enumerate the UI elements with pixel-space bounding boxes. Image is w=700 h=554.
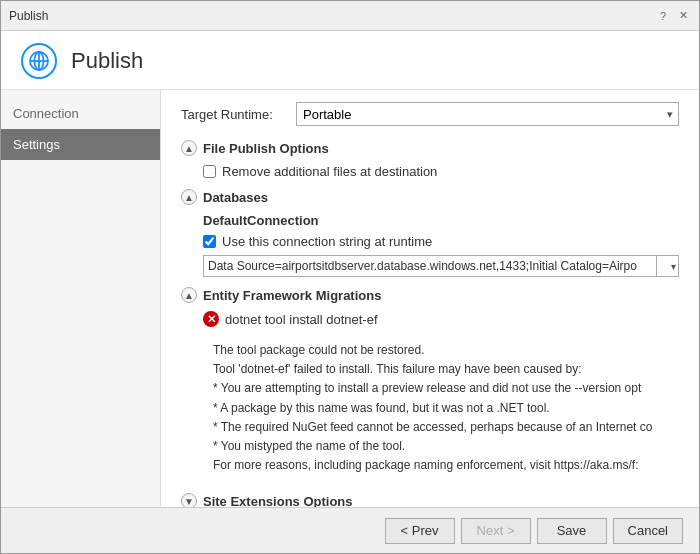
title-bar: Publish ? ✕ [1, 1, 699, 31]
ef-collapse-btn[interactable]: ▲ [181, 287, 197, 303]
target-runtime-row: Target Runtime: Portable win-x64 linux-x… [181, 102, 679, 126]
connection-string-select[interactable] [657, 255, 679, 277]
ef-body: ✕ dotnet tool install dotnet-ef The tool… [181, 311, 679, 483]
use-connection-label: Use this connection string at runtime [222, 234, 432, 249]
remove-files-checkbox[interactable] [203, 165, 216, 178]
close-button[interactable]: ✕ [675, 8, 691, 24]
connection-string-input[interactable] [203, 255, 657, 277]
databases-collapse-btn[interactable]: ▲ [181, 189, 197, 205]
databases-body: DefaultConnection Use this connection st… [181, 213, 679, 277]
next-button[interactable]: Next > [461, 518, 531, 544]
sidebar-item-settings[interactable]: Settings [1, 129, 160, 160]
save-button[interactable]: Save [537, 518, 607, 544]
file-publish-collapse-btn[interactable]: ▲ [181, 140, 197, 156]
target-runtime-label: Target Runtime: [181, 107, 286, 122]
remove-files-row: Remove additional files at destination [203, 164, 679, 179]
globe-icon [21, 43, 57, 79]
error-line-7: For more reasons, including package nami… [213, 456, 669, 475]
error-line-1: The tool package could not be restored. [213, 341, 669, 360]
section-file-publish: ▲ File Publish Options Remove additional… [181, 140, 679, 179]
prev-button[interactable]: < Prev [385, 518, 455, 544]
footer: < Prev Next > Save Cancel [1, 507, 699, 553]
error-detail-box: The tool package could not be restored. … [203, 333, 679, 483]
error-line-3: * You are attempting to install a previe… [213, 379, 669, 398]
default-connection-title: DefaultConnection [203, 213, 679, 228]
site-extensions-header: ▼ Site Extensions Options [181, 493, 679, 507]
content-area: Target Runtime: Portable win-x64 linux-x… [161, 90, 699, 507]
databases-title: Databases [203, 190, 268, 205]
page-title: Publish [71, 48, 143, 74]
sidebar: Connection Settings [1, 90, 161, 507]
databases-header: ▲ Databases [181, 189, 679, 205]
target-runtime-select-wrapper: Portable win-x64 linux-x64 osx-x64 [296, 102, 679, 126]
file-publish-title: File Publish Options [203, 141, 329, 156]
error-command: dotnet tool install dotnet-ef [225, 312, 378, 327]
section-ef-migrations: ▲ Entity Framework Migrations ✕ dotnet t… [181, 287, 679, 483]
publish-window: Publish ? ✕ Publish Connection Settings [0, 0, 700, 554]
file-publish-header: ▲ File Publish Options [181, 140, 679, 156]
section-site-extensions: ▼ Site Extensions Options [181, 493, 679, 507]
title-bar-controls: ? ✕ [655, 8, 691, 24]
file-publish-body: Remove additional files at destination [181, 164, 679, 179]
ef-title: Entity Framework Migrations [203, 288, 381, 303]
main-content: Connection Settings Target Runtime: Port… [1, 90, 699, 507]
title-bar-left: Publish [9, 9, 48, 23]
cancel-button[interactable]: Cancel [613, 518, 683, 544]
connection-string-dropdown-wrapper [657, 255, 679, 277]
error-line-4: * A package by this name was found, but … [213, 399, 669, 418]
header-area: Publish [1, 31, 699, 90]
use-connection-checkbox[interactable] [203, 235, 216, 248]
error-line-2: Tool 'dotnet-ef' failed to install. This… [213, 360, 669, 379]
error-line-6: * You mistyped the name of the tool. [213, 437, 669, 456]
section-databases: ▲ Databases DefaultConnection Use this c… [181, 189, 679, 277]
connection-string-row [203, 255, 679, 277]
window-title: Publish [9, 9, 48, 23]
error-row: ✕ dotnet tool install dotnet-ef [203, 311, 679, 327]
error-line-5: * The required NuGet feed cannot be acce… [213, 418, 669, 437]
sidebar-item-connection[interactable]: Connection [1, 98, 160, 129]
help-button[interactable]: ? [655, 8, 671, 24]
remove-files-label: Remove additional files at destination [222, 164, 437, 179]
error-icon: ✕ [203, 311, 219, 327]
site-extensions-collapse-btn[interactable]: ▼ [181, 493, 197, 507]
ef-header: ▲ Entity Framework Migrations [181, 287, 679, 303]
target-runtime-select[interactable]: Portable win-x64 linux-x64 osx-x64 [296, 102, 679, 126]
use-connection-row: Use this connection string at runtime [203, 234, 679, 249]
site-extensions-title: Site Extensions Options [203, 494, 353, 507]
